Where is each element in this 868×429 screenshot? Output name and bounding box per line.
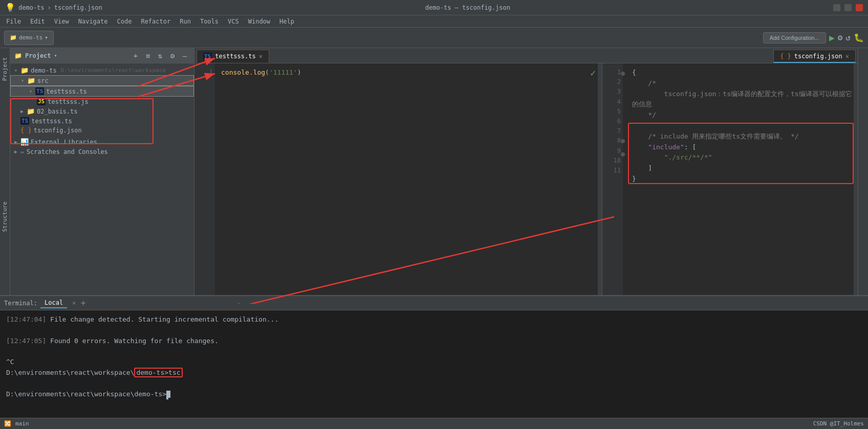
terminal-line-5: D:\environments\react\workspace\demo-ts>…: [6, 389, 862, 400]
json-line-11: [632, 185, 854, 195]
title-bar: 💡 demo-ts › tsconfig.json demo-ts – tsco…: [0, 0, 868, 15]
tree-tsconfig[interactable]: { } tsconfig.json: [10, 126, 194, 135]
src-expand-arrow: ▾: [21, 78, 24, 83]
json-line-7: "include": [: [632, 142, 854, 153]
menu-vcs[interactable]: VCS: [224, 17, 243, 26]
menu-navigate[interactable]: Navigate: [74, 17, 112, 26]
fold-dot-9: [621, 152, 625, 156]
tab-tsconfig-json[interactable]: { } tsconfig.json ✕: [773, 50, 856, 63]
terminal-area: Terminal: Local ✕ + [12:47:04] File chan…: [0, 295, 868, 418]
maximize-btn[interactable]: [844, 4, 852, 11]
fold-dot-7: [621, 139, 625, 143]
menu-code[interactable]: Code: [113, 17, 136, 26]
menu-help[interactable]: Help: [275, 17, 298, 26]
terminal-blank-1: [6, 325, 862, 336]
check-mark: ✓: [590, 67, 596, 78]
json-line-8: "./src/**/*": [632, 152, 854, 163]
project-name: demo-ts: [19, 34, 42, 41]
terminal-tabs: Terminal: Local ✕ +: [0, 296, 868, 310]
terminal-content[interactable]: [12:47:04] File change detected. Startin…: [0, 310, 868, 418]
tab-tsconfig-close[interactable]: ✕: [845, 53, 849, 60]
collapse-arrow: ▾: [14, 67, 17, 73]
tab-close-btn[interactable]: ✕: [259, 53, 263, 60]
tsconfig-label: tsconfig.json: [34, 127, 82, 134]
editor-tabs-row: TS testtsss.ts ✕ { } tsconfig.json ✕: [194, 48, 858, 63]
json-line-3: tsconfig.json：ts编译器的配置文件，ts编译器可以根据它的信息: [632, 89, 854, 110]
breadcrumb-project: demo-ts: [18, 4, 45, 11]
close-btn[interactable]: [856, 4, 863, 11]
branch-name: main: [15, 420, 29, 427]
new-file-btn[interactable]: +: [131, 51, 141, 61]
tree-testtsss-js[interactable]: JS testtsss.js: [10, 97, 194, 106]
folder-icon: 📁: [14, 52, 22, 59]
testtsss2-label: testtsss.ts: [31, 118, 72, 125]
project-tab[interactable]: Project: [1, 53, 9, 85]
project-actions: + ≡ ⇅ ⚙ —: [131, 51, 190, 61]
project-header: 📁 Project ▾ + ≡ ⇅ ⚙ —: [10, 48, 194, 63]
scratches-label: Scratches and Consoles: [27, 148, 108, 155]
breadcrumb-file: tsconfig.json: [54, 4, 102, 11]
expand-btn[interactable]: ⇅: [155, 51, 165, 61]
menu-edit[interactable]: Edit: [26, 17, 49, 26]
close-panel-btn[interactable]: —: [180, 51, 190, 61]
testtsss-ts-label: testtsss.ts: [46, 88, 86, 95]
root-name: demo-ts: [31, 67, 57, 74]
terminal-line-3: ^C: [6, 357, 862, 368]
tab-testtsss-label: testtsss.ts: [215, 53, 255, 60]
csdn-credit: CSDN @IT_Holmes: [813, 420, 864, 427]
gear-icon[interactable]: ⚙: [167, 51, 178, 61]
terminal-tab-local[interactable]: Local: [40, 298, 67, 308]
menu-window[interactable]: Window: [244, 17, 274, 26]
json-line-2: /*: [632, 78, 854, 89]
tree-ext-libs[interactable]: ▶ 📊 External Libraries: [10, 137, 194, 147]
structure-tab[interactable]: Structure: [1, 197, 9, 236]
settings-icon[interactable]: ⚙: [838, 33, 843, 42]
terminal-cursor: ▌: [166, 391, 170, 398]
tree-root[interactable]: ▾ 📁 demo-ts D:\environments\react\worksp…: [10, 65, 194, 75]
json-line-4: */: [632, 110, 854, 121]
menu-file[interactable]: File: [2, 17, 25, 26]
tree-testtsss2[interactable]: TS testtsss.ts: [10, 116, 194, 126]
tab-testtsss-ts[interactable]: TS testtsss.ts ✕: [197, 50, 269, 63]
reload-icon[interactable]: ↺: [845, 33, 851, 42]
run-icon[interactable]: ▶: [829, 32, 835, 43]
project-title: Project: [25, 52, 51, 59]
terminal-line-4: D:\environments\react\workspace\demo-ts>…: [6, 368, 862, 378]
tree-scratches[interactable]: ▶ ✏ Scratches and Consoles: [10, 147, 194, 156]
menu-refactor[interactable]: Refactor: [137, 17, 175, 26]
basis-folder-icon: 📁: [27, 107, 35, 115]
basis-label: 02_basis.ts: [37, 108, 77, 115]
breadcrumb-sep: ›: [48, 4, 51, 11]
js-file-icon: JS: [37, 98, 46, 105]
minimize-btn[interactable]: [833, 4, 840, 11]
add-configuration-button[interactable]: Add Configuration...: [763, 32, 826, 43]
ts-file-icon-2: TS: [20, 117, 29, 125]
chevron-down-icon: ▾: [54, 53, 57, 58]
tree-testtsss-ts[interactable]: ▾ TS testtsss.ts: [10, 86, 194, 97]
terminal-close-btn[interactable]: ✕: [72, 300, 76, 306]
status-left: 🔀 main: [4, 420, 29, 427]
testtsss-js-label: testtsss.js: [48, 98, 88, 105]
basis-arrow: ▶: [20, 108, 24, 114]
tab-json-icon: { }: [780, 53, 791, 60]
tree-02basis[interactable]: ▶ 📁 02_basis.ts: [10, 106, 194, 116]
add-terminal-btn[interactable]: +: [81, 298, 86, 308]
debug-icon[interactable]: 🐛: [854, 33, 864, 42]
json-line-1: {: [632, 67, 854, 78]
collapse-btn[interactable]: ≡: [143, 51, 153, 61]
tree-src-folder[interactable]: ▾ 📁 src: [10, 75, 194, 86]
menu-view[interactable]: View: [50, 17, 73, 26]
project-selector[interactable]: 📁 demo-ts ▾: [4, 31, 54, 45]
terminal-line-2: [12:47:05] Found 0 errors. Watching for …: [6, 336, 862, 347]
status-right: CSDN @IT_Holmes: [813, 420, 864, 427]
title-bar-left: 💡 demo-ts › tsconfig.json: [5, 3, 102, 12]
chevron-down-icon: ▾: [45, 34, 48, 41]
json-line-5: [632, 121, 854, 131]
tab-ts-icon: TS: [203, 53, 212, 60]
code-line-1: console.log('11111'): [221, 67, 598, 78]
json-line-6: /* include 用来指定哪些ts文件需要编译。 */: [632, 131, 854, 142]
terminal-blank-2: [6, 346, 862, 357]
menu-tools[interactable]: Tools: [196, 17, 223, 26]
json-line-9: ]: [632, 163, 854, 174]
menu-run[interactable]: Run: [176, 17, 195, 26]
